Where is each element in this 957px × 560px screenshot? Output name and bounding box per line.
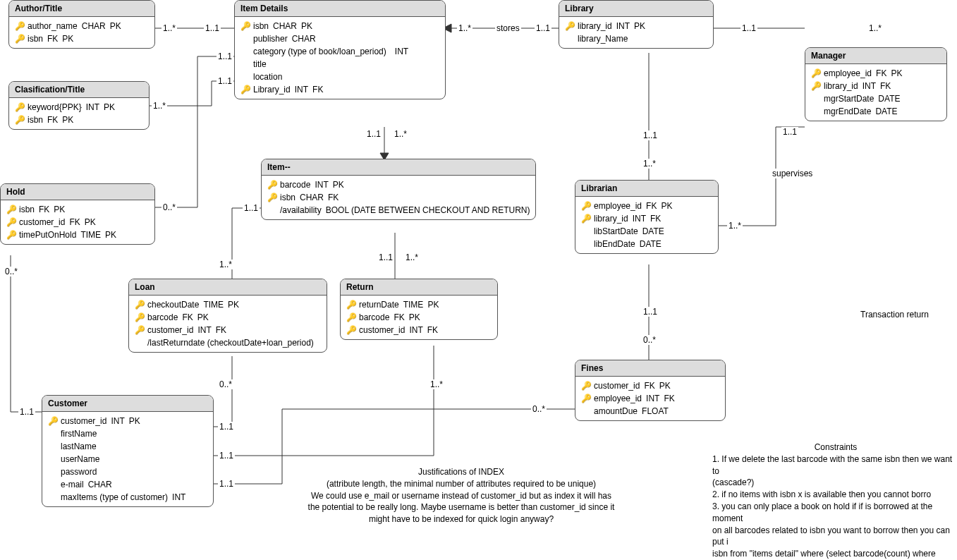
- attr-row: 🔑password: [45, 465, 210, 478]
- attr-row: 🔑isbnFKPK: [12, 32, 152, 45]
- entity-header: Library: [559, 1, 713, 17]
- key-icon: 🔑: [581, 394, 591, 403]
- cardinality-label: 0..*: [4, 267, 19, 276]
- entity-return: Return 🔑returnDateTIMEPK 🔑barcodeFKPK 🔑c…: [340, 279, 498, 340]
- entity-manager: Manager 🔑employee_idFKPK 🔑library_idINTF…: [805, 47, 947, 121]
- key-icon: 🔑: [6, 217, 16, 227]
- cardinality-label: 1..1: [204, 23, 221, 33]
- attr-row: 🔑isbnCHARFK: [264, 191, 532, 204]
- key-icon: 🔑: [135, 300, 145, 310]
- attr-row: 🔑barcodeFKPK: [132, 311, 324, 324]
- entity-body: 🔑checkoutDateTIMEPK 🔑barcodeFKPK 🔑custom…: [129, 296, 327, 352]
- cardinality-label: 1..1: [218, 451, 235, 461]
- attr-row: 🔑checkoutDateTIMEPK: [132, 298, 324, 311]
- entity-library: Library 🔑library_idINTPK 🔑library_Name: [559, 0, 714, 49]
- entity-header: Item--: [262, 159, 535, 176]
- attr-row: 🔑userName: [45, 453, 210, 465]
- attr-row: 🔑barcodeFKPK: [343, 311, 494, 324]
- key-icon: 🔑: [267, 180, 277, 190]
- entity-item: Item-- 🔑barcodeINTPK 🔑isbnCHARFK 🔑/avail…: [261, 159, 536, 220]
- entity-librarian: Librarian 🔑employee_idFKPK 🔑library_idIN…: [575, 180, 719, 254]
- cardinality-label: 1..*: [642, 159, 657, 169]
- key-icon: 🔑: [135, 325, 145, 335]
- key-icon: 🔑: [240, 21, 250, 31]
- entity-hold: Hold 🔑isbnFKPK 🔑customer_idFKPK 🔑timePut…: [0, 183, 155, 245]
- attr-row: 🔑location: [238, 71, 442, 83]
- cardinality-label: 1..1: [365, 129, 382, 139]
- attr-row: 🔑/lastReturndate (checkoutDate+loan_peri…: [132, 336, 324, 349]
- cardinality-label: 0..*: [531, 404, 547, 414]
- attr-row: 🔑customer_idFKPK: [4, 216, 152, 229]
- entity-header: Manager: [805, 48, 946, 64]
- entity-body: 🔑customer_idINTPK 🔑firstName 🔑lastName 🔑…: [42, 412, 213, 506]
- entity-body: 🔑author_nameCHARPK 🔑isbnFKPK: [9, 17, 154, 48]
- attr-row: 🔑publisherCHAR: [238, 32, 442, 45]
- entity-author-title: Author/Title 🔑author_nameCHARPK 🔑isbnFKP…: [8, 0, 155, 49]
- attr-row: 🔑library_Name: [562, 32, 710, 45]
- key-icon: 🔑: [581, 381, 591, 391]
- key-icon: 🔑: [267, 193, 277, 202]
- entity-header: Hold: [1, 184, 154, 200]
- attr-row: 🔑/availabilityBOOL (DATE BETWEEN CHECKOU…: [264, 204, 532, 217]
- cardinality-label: 1..1: [377, 252, 394, 262]
- key-icon: 🔑: [6, 230, 16, 240]
- cardinality-label: 1..1: [217, 51, 233, 61]
- entity-item-details: Item Details 🔑isbnCHARPK 🔑publisherCHAR …: [234, 0, 446, 99]
- attr-row: 🔑mgrStartDateDATE: [808, 92, 944, 105]
- attr-row: 🔑library_idINTPK: [562, 20, 710, 32]
- cardinality-label: 1..*: [218, 260, 233, 269]
- attr-row: 🔑e-mailCHAR: [45, 478, 210, 491]
- attr-row: 🔑Library_idINTFK: [238, 83, 442, 96]
- entity-header: Author/Title: [9, 1, 154, 17]
- attr-row: 🔑keyword{PPK}INTPK: [12, 101, 146, 114]
- key-icon: 🔑: [15, 102, 25, 112]
- key-icon: 🔑: [48, 416, 58, 426]
- cardinality-label: 1..1: [218, 479, 235, 489]
- cardinality-label: 0..*: [161, 202, 177, 212]
- attr-row: 🔑author_nameCHARPK: [12, 20, 152, 32]
- entity-body: 🔑customer_idFKPK 🔑employee_idINTFK 🔑amou…: [575, 377, 725, 420]
- key-icon: 🔑: [811, 68, 821, 78]
- entity-body: 🔑barcodeINTPK 🔑isbnCHARFK 🔑/availability…: [262, 176, 535, 219]
- key-icon: 🔑: [15, 21, 25, 31]
- cardinality-label: 1..*: [393, 129, 408, 139]
- cardinality-label: 1..1: [642, 307, 659, 317]
- key-icon: 🔑: [15, 34, 25, 44]
- attr-row: 🔑timePutOnHoldTIMEPK: [4, 229, 152, 241]
- attr-row: 🔑title: [238, 58, 442, 71]
- attr-row: 🔑libEndDateDATE: [578, 238, 715, 250]
- cardinality-label: 1..*: [457, 23, 473, 33]
- justifications-note: Justifications of INDEX (attribute lengt…: [299, 466, 623, 525]
- entity-classification-title: Clasification/Title 🔑keyword{PPK}INTPK 🔑…: [8, 81, 150, 130]
- cardinality-label: 1..1: [218, 422, 235, 432]
- cardinality-label: 1..*: [161, 23, 177, 33]
- cardinality-label: 0..*: [218, 379, 233, 389]
- entity-header: Clasification/Title: [9, 82, 149, 98]
- cardinality-label: 1..*: [429, 379, 444, 389]
- cardinality-label: 1..1: [18, 407, 35, 417]
- cardinality-label: 1..1: [243, 203, 260, 213]
- key-icon: 🔑: [15, 115, 25, 125]
- attr-row: 🔑lastName: [45, 440, 210, 453]
- cardinality-label: 1..*: [404, 252, 420, 262]
- attr-row: 🔑customer_idINTFK: [132, 324, 324, 336]
- constraints-note: Constraints 1. If we delete the last bar…: [712, 442, 957, 560]
- attr-row: 🔑employee_idFKPK: [578, 200, 715, 212]
- key-icon: 🔑: [6, 205, 16, 214]
- justifications-title: Justifications of INDEX: [299, 466, 623, 478]
- cardinality-label: 1..*: [727, 221, 743, 231]
- key-icon: 🔑: [346, 300, 356, 310]
- key-icon: 🔑: [565, 21, 575, 31]
- key-icon: 🔑: [581, 201, 591, 211]
- attr-row: 🔑mgrEndDateDATE: [808, 105, 944, 118]
- entity-header: Loan: [129, 279, 327, 296]
- attr-row: 🔑customer_idINTFK: [343, 324, 494, 336]
- key-icon: 🔑: [346, 325, 356, 335]
- attr-row: 🔑customer_idINTPK: [45, 415, 210, 427]
- attr-row: 🔑employee_idINTFK: [578, 392, 722, 405]
- key-icon: 🔑: [135, 312, 145, 322]
- cardinality-label: 1..*: [152, 101, 167, 111]
- entity-loan: Loan 🔑checkoutDateTIMEPK 🔑barcodeFKPK 🔑c…: [128, 279, 327, 353]
- attr-row: 🔑maxItems (type of customer)INT: [45, 491, 210, 504]
- relationship-label: supervises: [771, 169, 814, 178]
